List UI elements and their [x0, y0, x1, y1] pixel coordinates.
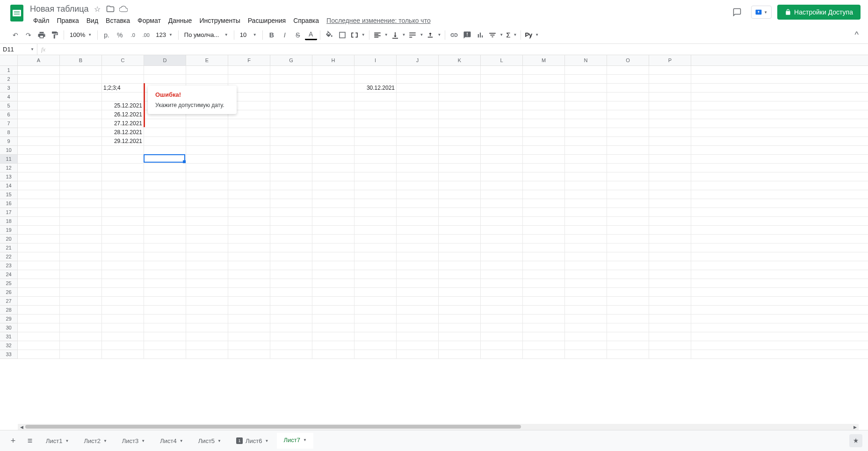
cell-I25[interactable] — [354, 279, 397, 287]
cell-A7[interactable] — [18, 119, 60, 128]
cell-C14[interactable] — [102, 181, 144, 190]
cell-A13[interactable] — [18, 172, 60, 181]
cell-G27[interactable] — [270, 297, 312, 305]
cell-F14[interactable] — [228, 181, 270, 190]
cell-C24[interactable] — [102, 270, 144, 279]
cell-K13[interactable] — [439, 172, 481, 181]
cell-L27[interactable] — [481, 297, 523, 305]
cell-A20[interactable] — [18, 235, 60, 243]
cell-F1[interactable] — [228, 66, 270, 74]
cell-G15[interactable] — [270, 190, 312, 199]
cell-I7[interactable] — [354, 119, 397, 128]
cell-E28[interactable] — [186, 306, 228, 314]
formula-input[interactable] — [49, 44, 868, 55]
cell-P17[interactable] — [649, 208, 691, 216]
cell-I12[interactable] — [354, 164, 397, 172]
cell-E27[interactable] — [186, 297, 228, 305]
cell-J8[interactable] — [397, 128, 439, 136]
cell-B3[interactable] — [60, 84, 102, 92]
cell-F21[interactable] — [228, 243, 270, 252]
cells-area[interactable]: Ошибка! Укажите допустимую дату. 1;2;3;4… — [18, 66, 868, 359]
cell-N19[interactable] — [565, 226, 607, 234]
cell-I16[interactable] — [354, 199, 397, 208]
cell-M13[interactable] — [523, 172, 565, 181]
cell-A28[interactable] — [18, 306, 60, 314]
explore-button[interactable] — [849, 434, 862, 447]
cell-N8[interactable] — [565, 128, 607, 136]
cell-J17[interactable] — [397, 208, 439, 216]
cell-J30[interactable] — [397, 323, 439, 332]
cell-C10[interactable] — [102, 146, 144, 154]
cell-M17[interactable] — [523, 208, 565, 216]
cell-B16[interactable] — [60, 199, 102, 208]
cell-M24[interactable] — [523, 270, 565, 279]
cell-G24[interactable] — [270, 270, 312, 279]
insert-link-button[interactable] — [448, 29, 460, 41]
cell-J12[interactable] — [397, 164, 439, 172]
column-header-I[interactable]: I — [354, 55, 397, 65]
cell-C3[interactable]: 1;2;3;4 — [102, 84, 144, 92]
column-header-H[interactable]: H — [312, 55, 354, 65]
cell-M33[interactable] — [523, 350, 565, 358]
cell-N29[interactable] — [565, 315, 607, 323]
cell-E16[interactable] — [186, 199, 228, 208]
cell-M19[interactable] — [523, 226, 565, 234]
text-rotation-dropdown[interactable]: ▼ — [425, 29, 442, 41]
chevron-down-icon[interactable]: ▼ — [303, 438, 307, 442]
cell-A8[interactable] — [18, 128, 60, 136]
cell-B2[interactable] — [60, 75, 102, 83]
cell-K30[interactable] — [439, 323, 481, 332]
cell-P13[interactable] — [649, 172, 691, 181]
cell-M4[interactable] — [523, 93, 565, 101]
cell-I28[interactable] — [354, 306, 397, 314]
cell-O2[interactable] — [607, 75, 649, 83]
column-header-E[interactable]: E — [186, 55, 228, 65]
cell-C2[interactable] — [102, 75, 144, 83]
cell-I21[interactable] — [354, 243, 397, 252]
cell-N21[interactable] — [565, 243, 607, 252]
cell-M23[interactable] — [523, 261, 565, 270]
row-header-19[interactable]: 19 — [0, 226, 18, 235]
cell-L19[interactable] — [481, 226, 523, 234]
cell-M21[interactable] — [523, 243, 565, 252]
cell-B10[interactable] — [60, 146, 102, 154]
cell-M29[interactable] — [523, 315, 565, 323]
cell-H15[interactable] — [312, 190, 354, 199]
cell-I20[interactable] — [354, 235, 397, 243]
cell-N7[interactable] — [565, 119, 607, 128]
cell-H27[interactable] — [312, 297, 354, 305]
cell-P30[interactable] — [649, 323, 691, 332]
font-dropdown[interactable]: По умолча...▼ — [181, 29, 231, 41]
cell-C1[interactable] — [102, 66, 144, 74]
cell-G29[interactable] — [270, 315, 312, 323]
cell-K5[interactable] — [439, 101, 481, 110]
cell-J29[interactable] — [397, 315, 439, 323]
zoom-dropdown[interactable]: 100%▼ — [67, 29, 94, 41]
cell-I13[interactable] — [354, 172, 397, 181]
cell-A27[interactable] — [18, 297, 60, 305]
cell-A11[interactable] — [18, 155, 60, 163]
cell-J11[interactable] — [397, 155, 439, 163]
cell-B31[interactable] — [60, 332, 102, 341]
cell-C30[interactable] — [102, 323, 144, 332]
cell-C28[interactable] — [102, 306, 144, 314]
cell-K31[interactable] — [439, 332, 481, 341]
cell-L31[interactable] — [481, 332, 523, 341]
cell-L5[interactable] — [481, 101, 523, 110]
cell-D12[interactable] — [144, 164, 186, 172]
cell-N30[interactable] — [565, 323, 607, 332]
cell-O5[interactable] — [607, 101, 649, 110]
cell-G23[interactable] — [270, 261, 312, 270]
cell-P31[interactable] — [649, 332, 691, 341]
cell-F20[interactable] — [228, 235, 270, 243]
cell-M25[interactable] — [523, 279, 565, 287]
row-header-30[interactable]: 30 — [0, 323, 18, 332]
cell-N16[interactable] — [565, 199, 607, 208]
cell-J9[interactable] — [397, 137, 439, 145]
cell-H30[interactable] — [312, 323, 354, 332]
cell-E18[interactable] — [186, 217, 228, 225]
cell-P32[interactable] — [649, 341, 691, 350]
cell-L20[interactable] — [481, 235, 523, 243]
fill-color-button[interactable] — [323, 29, 335, 41]
column-header-N[interactable]: N — [565, 55, 607, 65]
